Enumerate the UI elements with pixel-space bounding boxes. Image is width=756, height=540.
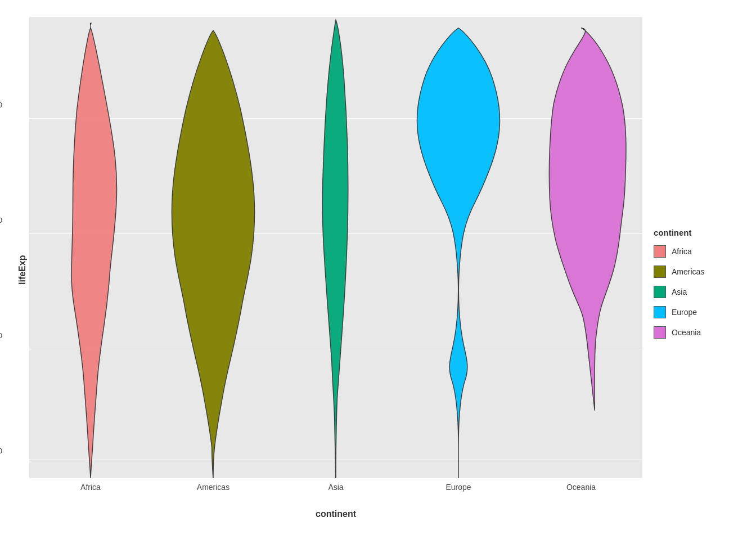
violin-plot-svg	[29, 17, 642, 478]
legend: continent Africa Americas Asia Europe Oc…	[642, 17, 744, 523]
plot-background: 80 60 40 20	[29, 17, 642, 478]
legend-color-asia	[654, 286, 666, 298]
chart-container: lifeExp 80 60 40 20	[0, 0, 756, 540]
x-label-europe: Europe	[397, 483, 520, 506]
x-axis-title: continent	[29, 506, 642, 523]
plot-section: 80 60 40 20	[29, 17, 642, 523]
x-label-africa: Africa	[29, 483, 152, 506]
legend-title: continent	[654, 228, 744, 237]
legend-label-europe: Europe	[672, 308, 697, 317]
legend-item-americas: Americas	[654, 266, 744, 278]
legend-item-africa: Africa	[654, 245, 744, 258]
legend-label-americas: Americas	[672, 267, 704, 276]
legend-color-americas	[654, 266, 666, 278]
chart-wrapper: lifeExp 80 60 40 20	[12, 17, 744, 523]
x-label-asia: Asia	[274, 483, 397, 506]
legend-color-europe	[654, 306, 666, 318]
legend-item-oceania: Oceania	[654, 326, 744, 339]
legend-label-oceania: Oceania	[672, 328, 701, 337]
x-label-oceania: Oceania	[520, 483, 642, 506]
legend-item-asia: Asia	[654, 286, 744, 298]
y-tick-20: 20	[0, 446, 2, 454]
x-axis-labels: Africa Americas Asia Europe Oceania	[29, 478, 642, 506]
legend-item-europe: Europe	[654, 306, 744, 318]
y-tick-40: 40	[0, 331, 2, 339]
x-label-americas: Americas	[152, 483, 274, 506]
y-tick-60: 60	[0, 215, 2, 224]
y-tick-80: 80	[0, 100, 2, 109]
y-axis-label: lifeExp	[12, 17, 29, 523]
legend-label-asia: Asia	[672, 287, 687, 296]
legend-label-africa: Africa	[672, 247, 692, 256]
legend-color-oceania	[654, 326, 666, 339]
legend-color-africa	[654, 245, 666, 258]
plot-area-wrapper: lifeExp 80 60 40 20	[12, 17, 642, 523]
